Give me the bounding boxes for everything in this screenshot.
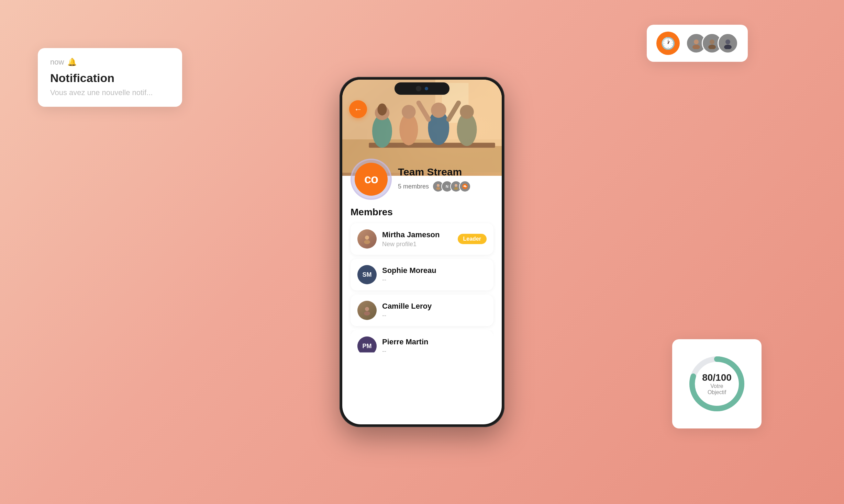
profile-info: Team Stream 5 membres N xyxy=(398,166,493,192)
svg-point-31 xyxy=(364,240,370,244)
svg-point-15 xyxy=(377,104,387,116)
svg-point-25 xyxy=(436,187,440,190)
objective-card: 80/100 Votre Objectif xyxy=(672,339,762,428)
member-info-1: Sophie Moreau -- xyxy=(382,266,487,284)
svg-point-21 xyxy=(460,105,474,119)
avatar-3 xyxy=(718,33,738,54)
member-card-0[interactable]: Mirtha Jameson New profile1 Leader xyxy=(351,223,493,255)
member-avatar-mirtha xyxy=(357,229,377,249)
phone-notch xyxy=(395,82,449,95)
svg-point-26 xyxy=(455,184,457,187)
members-section-title: Membres xyxy=(351,207,493,218)
face-sensor xyxy=(425,87,428,90)
top-right-widget: 🕐 xyxy=(647,25,748,62)
svg-point-30 xyxy=(365,236,369,240)
svg-point-24 xyxy=(437,184,440,187)
members-section: Membres Mirtha Jameson New profile1 Lead… xyxy=(342,200,502,362)
team-logo-ring: co xyxy=(351,159,392,200)
members-count-row: 5 membres N xyxy=(398,181,493,192)
member-avatar-4 xyxy=(459,181,471,192)
back-button[interactable]: ← xyxy=(349,100,367,118)
svg-point-27 xyxy=(454,187,458,190)
svg-point-29 xyxy=(464,185,466,187)
member-name-0: Mirtha Jameson xyxy=(382,230,452,239)
screen-content: ← co Team Stream 5 membres xyxy=(342,80,502,424)
member-avatar-sophie: SM xyxy=(357,265,377,284)
donut-value: 80/100 xyxy=(701,372,732,383)
svg-point-1 xyxy=(692,45,700,49)
team-logo: co xyxy=(355,163,388,196)
clock-icon: 🕐 xyxy=(656,32,680,55)
team-name: Team Stream xyxy=(398,166,493,178)
svg-point-5 xyxy=(724,45,732,49)
notification-body: Vous avez une nouvelle notif... xyxy=(50,88,170,97)
profile-section: co Team Stream 5 membres xyxy=(342,159,502,200)
member-card-2[interactable]: Camille Leroy -- xyxy=(351,295,493,326)
member-info-2: Camille Leroy -- xyxy=(382,302,487,319)
svg-point-17 xyxy=(402,105,416,119)
member-avatar-pierre: PM xyxy=(357,336,377,356)
notification-time: now xyxy=(50,58,64,67)
member-subtitle-2: -- xyxy=(382,312,487,319)
member-name-3: Pierre Martin xyxy=(382,337,487,346)
member-card-1[interactable]: SM Sophie Moreau -- xyxy=(351,259,493,290)
member-name-1: Sophie Moreau xyxy=(382,266,487,275)
avatar-group xyxy=(686,33,738,54)
donut-chart: 80/100 Votre Objectif xyxy=(686,353,748,415)
member-subtitle-1: -- xyxy=(382,276,487,284)
svg-point-32 xyxy=(365,307,369,311)
member-info-0: Mirtha Jameson New profile1 xyxy=(382,230,452,248)
leader-badge: Leader xyxy=(458,234,487,244)
svg-point-0 xyxy=(694,39,699,44)
members-count: 5 membres xyxy=(398,183,429,190)
member-card-3[interactable]: PM Pierre Martin -- xyxy=(351,330,493,362)
svg-point-19 xyxy=(431,103,446,118)
svg-point-33 xyxy=(364,311,370,316)
phone-frame: ← co Team Stream 5 membres xyxy=(340,77,504,427)
donut-label: Votre Objectif xyxy=(701,383,732,396)
member-subtitle-3: -- xyxy=(382,348,487,355)
member-name-2: Camille Leroy xyxy=(382,302,487,311)
svg-point-2 xyxy=(710,39,714,44)
member-subtitle-0: New profile1 xyxy=(382,241,452,248)
member-avatar-camille xyxy=(357,301,377,320)
member-info-3: Pierre Martin -- xyxy=(382,337,487,355)
svg-point-3 xyxy=(708,45,716,49)
phone-screen: ← co Team Stream 5 membres xyxy=(342,80,502,424)
donut-center: 80/100 Votre Objectif xyxy=(701,372,732,396)
svg-point-4 xyxy=(725,39,730,44)
bell-icon: 🔔 xyxy=(67,58,77,67)
member-avatars: N xyxy=(432,181,471,192)
notification-title: Notification xyxy=(50,71,170,85)
front-camera xyxy=(416,86,421,91)
notification-card: now 🔔 Notification Vous avez une nouvell… xyxy=(38,48,182,107)
